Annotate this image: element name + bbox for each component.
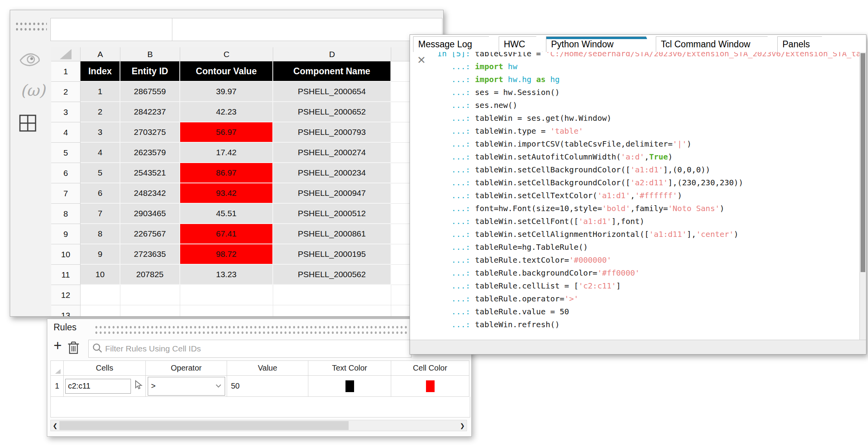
table-cell[interactable] xyxy=(180,285,273,305)
rules-horizontal-scrollbar[interactable]: ❮ ❯ xyxy=(50,420,467,431)
table-cell[interactable]: PSHELL_2000654 xyxy=(273,82,391,102)
rules-col-cell-color[interactable]: Cell Color xyxy=(391,361,469,376)
table-cell[interactable]: 2703275 xyxy=(120,122,180,143)
console-vertical-scrollbar[interactable] xyxy=(859,52,866,340)
table-cell[interactable]: 207825 xyxy=(120,265,180,285)
rule-text-color-cell[interactable] xyxy=(308,376,391,397)
table-cell[interactable]: PSHELL_2000861 xyxy=(273,224,391,244)
table-cell[interactable]: 56.97 xyxy=(180,122,273,143)
table-cell[interactable]: 2903465 xyxy=(120,204,180,224)
row-number[interactable]: 13 xyxy=(51,305,81,316)
table-cell[interactable]: 2867559 xyxy=(120,82,180,102)
table-cell[interactable]: PSHELL_2000562 xyxy=(273,265,391,285)
table-cell[interactable]: 10 xyxy=(81,265,120,285)
table-cell[interactable]: 6 xyxy=(81,183,120,204)
scrollbar-thumb[interactable] xyxy=(59,421,349,430)
row-number[interactable]: 9 xyxy=(51,224,81,244)
table-cell[interactable]: 2623579 xyxy=(120,143,180,163)
table-cell[interactable]: 8 xyxy=(81,224,120,244)
table-cell[interactable]: 13.23 xyxy=(180,265,273,285)
table-grid-icon[interactable] xyxy=(19,114,37,134)
table-cell[interactable]: PSHELL_2000274 xyxy=(273,143,391,163)
column-header-C[interactable]: C xyxy=(180,47,273,61)
rules-col-cells[interactable]: Cells xyxy=(64,361,146,376)
rules-col-operator[interactable]: Operator xyxy=(146,361,227,376)
row-number[interactable]: 1 xyxy=(51,61,81,82)
table-cell[interactable]: PSHELL_2000234 xyxy=(273,163,391,183)
table-cell[interactable]: 17.42 xyxy=(180,143,273,163)
add-rule-icon[interactable]: + xyxy=(54,339,62,353)
tab-tcl-command-window[interactable]: Tcl Command Window xyxy=(656,36,774,52)
table-cell[interactable]: 93.42 xyxy=(180,183,273,204)
tab-panels[interactable]: Panels xyxy=(777,36,828,52)
table-cell[interactable]: 2267567 xyxy=(120,224,180,244)
table-cell[interactable]: 3 xyxy=(81,122,120,143)
table-cell[interactable] xyxy=(120,285,180,305)
formula-bar[interactable] xyxy=(172,18,442,41)
rules-drag-handle[interactable] xyxy=(94,324,407,335)
table-cell[interactable]: PSHELL_2000512 xyxy=(273,204,391,224)
table-header-cell[interactable]: Component Name xyxy=(273,61,391,82)
row-number[interactable]: 8 xyxy=(51,204,81,224)
table-cell[interactable]: 2543521 xyxy=(120,163,180,183)
table-cell[interactable]: 39.97 xyxy=(180,82,273,102)
close-icon[interactable]: ✕ xyxy=(417,55,426,66)
column-header-A[interactable]: A xyxy=(81,47,120,61)
formula-icon[interactable]: (ω) xyxy=(20,81,45,99)
row-number[interactable]: 10 xyxy=(51,244,81,265)
row-number[interactable]: 4 xyxy=(51,122,81,143)
table-cell[interactable]: 2 xyxy=(81,102,120,122)
table-cell[interactable]: PSHELL_2000195 xyxy=(273,244,391,265)
scroll-right-icon[interactable]: ❯ xyxy=(458,422,467,429)
table-cell[interactable] xyxy=(81,305,120,316)
row-number[interactable]: 6 xyxy=(51,163,81,183)
scrollbar-thumb[interactable] xyxy=(861,53,865,272)
rule-cells-input[interactable]: c2:c11 xyxy=(65,379,131,394)
table-cell[interactable]: 4 xyxy=(81,143,120,163)
table-cell[interactable]: PSHELL_2000947 xyxy=(273,183,391,204)
table-cell[interactable]: 42.23 xyxy=(180,102,273,122)
delete-rule-icon[interactable] xyxy=(68,340,79,356)
column-header-B[interactable]: B xyxy=(120,47,180,61)
rules-col-value[interactable]: Value xyxy=(227,361,308,376)
tab-python-window[interactable]: Python Window xyxy=(546,36,652,52)
table-cell[interactable]: PSHELL_2000652 xyxy=(273,102,391,122)
window-drag-handle[interactable] xyxy=(15,20,47,31)
select-all-corner[interactable] xyxy=(51,47,81,61)
table-cell[interactable]: 7 xyxy=(81,204,120,224)
table-cell[interactable]: 2482342 xyxy=(120,183,180,204)
table-cell[interactable]: PSHELL_2000793 xyxy=(273,122,391,143)
table-cell[interactable] xyxy=(273,285,391,305)
table-header-cell[interactable]: Entity ID xyxy=(120,61,180,82)
row-number[interactable]: 7 xyxy=(51,183,81,204)
tab-message-log[interactable]: Message Log xyxy=(413,36,495,52)
tab-hwc[interactable]: HWC xyxy=(499,36,542,52)
cell-color-swatch[interactable] xyxy=(426,380,435,392)
rule-operator-dropdown[interactable]: > xyxy=(148,377,225,396)
table-cell[interactable]: 2842237 xyxy=(120,102,180,122)
table-cell[interactable]: 98.72 xyxy=(180,244,273,265)
row-number[interactable]: 11 xyxy=(51,265,81,285)
table-cell[interactable]: 1 xyxy=(81,82,120,102)
python-code-area[interactable]: In [5]: tableCsvFile = 'C:/Home/sebernar… xyxy=(433,52,859,340)
column-header-D[interactable]: D xyxy=(273,47,391,61)
cell-name-box[interactable] xyxy=(50,18,172,41)
rule-cell-color-cell[interactable] xyxy=(391,376,469,397)
table-cell[interactable]: 5 xyxy=(81,163,120,183)
table-cell[interactable]: 45.51 xyxy=(180,204,273,224)
rule-value-cell[interactable]: 50 xyxy=(227,376,308,397)
row-number[interactable]: 5 xyxy=(51,143,81,163)
text-color-swatch[interactable] xyxy=(345,380,354,392)
scroll-left-icon[interactable]: ❮ xyxy=(51,422,59,429)
table-cell[interactable] xyxy=(180,305,273,316)
rules-filter-input[interactable]: Filter Rules Using Cell IDs xyxy=(88,340,412,358)
table-cell[interactable] xyxy=(273,305,391,316)
table-cell[interactable]: 9 xyxy=(81,244,120,265)
row-number[interactable]: 12 xyxy=(51,285,81,305)
table-cell[interactable]: 2723635 xyxy=(120,244,180,265)
row-number[interactable]: 2 xyxy=(51,82,81,102)
table-cell[interactable]: 67.41 xyxy=(180,224,273,244)
eye-icon[interactable] xyxy=(18,48,42,71)
row-number[interactable]: 3 xyxy=(51,102,81,122)
rules-col-text-color[interactable]: Text Color xyxy=(308,361,391,376)
